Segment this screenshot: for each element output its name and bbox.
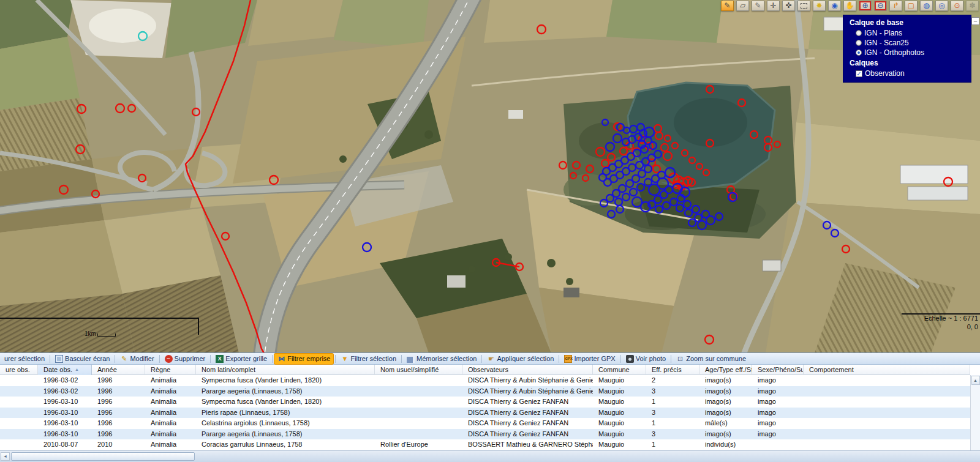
draw-polygon-icon[interactable]: ▱ [736, 1, 749, 11]
zoom-commune-button[interactable]: Zoom sur commune [673, 354, 749, 364]
overlay-option-0[interactable]: ✓Observation [850, 69, 967, 78]
table-cell: individu(s) [699, 439, 752, 450]
column-header-7[interactable]: Commune [593, 365, 646, 375]
export-grid-button[interactable]: Exporter grille [213, 354, 270, 364]
table-row[interactable]: 1996-03-021996AnimaliaSympecma fusca (Va… [0, 375, 970, 386]
view-photo-button[interactable]: Voir photo [623, 354, 669, 364]
delete-button[interactable]: Supprimer [162, 354, 209, 364]
table-cell: Animalia [145, 408, 196, 419]
crosshair-globe-icon[interactable]: ◉ [828, 1, 841, 11]
vertical-scrollbar[interactable]: ▲ [970, 375, 980, 450]
table-row[interactable]: 1996-03-101996AnimaliaSympecma fusca (Va… [0, 397, 970, 408]
column-header-9[interactable]: Age/Type eff./St... [699, 365, 752, 375]
globe-search-icon[interactable]: ◎ [935, 1, 948, 11]
zoom-in-icon[interactable]: ⊕ [859, 1, 872, 11]
toggle-screen-button[interactable]: Basculer écran [52, 354, 113, 364]
measure-selection-button[interactable]: urer sélection [1, 354, 48, 364]
move-vertex-icon[interactable]: ✛ [767, 1, 780, 11]
table-row[interactable]: 2010-08-072010AnimaliaCoracias garrulus … [0, 439, 970, 450]
button-label: Filtrer emprise [287, 355, 330, 362]
column-header-6[interactable]: Observateurs [462, 365, 593, 375]
overlay-title: Calques [850, 58, 967, 69]
base-layer-option-1[interactable]: IGN - Scan25 [850, 38, 967, 48]
aerial-imagery [0, 0, 980, 353]
column-header-5[interactable]: Nom usuel/simplifié [375, 365, 462, 375]
table-cell: Animalia [145, 386, 196, 397]
base-layer-option-2[interactable]: IGN - Orthophotos [850, 48, 967, 58]
zoom-out-icon[interactable]: ⊖ [874, 1, 887, 11]
grid-header-row: ure obs.Date obs.▲AnnéeRègneNom latin/co… [0, 365, 970, 375]
memorize-selection-button[interactable]: Mémoriser sélection [404, 354, 480, 364]
table-cell: Pararge aegeria (Linnaeus, 1758) [196, 386, 375, 397]
table-row[interactable]: 1996-03-101996AnimaliaPararge aegeria (L… [0, 429, 970, 440]
table-cell: Mauguio [593, 439, 646, 450]
feature-search-icon[interactable]: ⊙ [951, 1, 963, 11]
map-canvas[interactable]: ✎▱✎✛✜✸◉✋⊕⊖↱▢◍◎⊙✽ Calque de base IGN - Pl… [0, 0, 980, 353]
column-header-11[interactable]: Comportement [804, 365, 970, 375]
column-header-1[interactable]: Date obs.▲ [38, 365, 92, 375]
collapse-panel-button[interactable]: − [971, 17, 979, 25]
checkbox-icon[interactable]: ✓ [856, 70, 862, 77]
table-cell: Animalia [145, 375, 196, 386]
table-cell [375, 418, 462, 429]
table-cell: imago [752, 418, 804, 429]
scroll-up-icon[interactable]: ▲ [971, 376, 980, 385]
draw-point-icon[interactable]: ✎ [721, 1, 734, 11]
globe-layers-icon[interactable]: ◍ [920, 1, 933, 11]
table-cell [804, 408, 970, 419]
table-cell [375, 397, 462, 408]
radio-icon[interactable] [856, 40, 862, 46]
table-cell: Pararge aegeria (Linnaeus, 1758) [196, 429, 375, 440]
table-cell: 1996-03-10 [38, 429, 92, 440]
toolbar-separator [671, 355, 671, 363]
filter-selection-button[interactable]: Filtrer sélection [337, 354, 399, 364]
column-label: Eff. précis [652, 366, 682, 373]
table-cell: 1996 [92, 429, 145, 440]
import-gpx-button[interactable]: Importer GPX [561, 354, 618, 364]
table-cell: Pieris rapae (Linnaeus, 1758) [196, 408, 375, 419]
table-cell: Mauguio [593, 397, 646, 408]
measure-path-icon[interactable]: ↱ [889, 1, 902, 11]
brightness-icon[interactable]: ✸ [813, 1, 826, 11]
gpx-icon [564, 355, 572, 363]
column-header-0[interactable]: ure obs. [0, 365, 38, 375]
horizontal-scrollbar[interactable]: ◄ [0, 450, 980, 462]
horizontal-scroll-thumb[interactable] [11, 452, 195, 461]
table-cell: 1 [646, 439, 699, 450]
select-box-icon[interactable] [797, 1, 810, 11]
table-row[interactable]: 1996-03-021996AnimaliaPararge aegeria (L… [0, 386, 970, 397]
table-cell: Sympecma fusca (Vander Linden, 1820) [196, 397, 375, 408]
edit-button[interactable]: Modifier [117, 354, 157, 364]
radio-icon[interactable] [856, 30, 862, 36]
pan-arrows-icon[interactable]: ✜ [782, 1, 795, 11]
table-row[interactable]: 1996-03-101996AnimaliaCelastrina argiolu… [0, 418, 970, 429]
toolbar-separator [272, 355, 273, 363]
draw-modify-icon[interactable]: ✎ [752, 1, 764, 11]
table-cell: 1 [646, 418, 699, 429]
table-cell [375, 429, 462, 440]
column-header-3[interactable]: Règne [145, 365, 196, 375]
table-cell: 1996 [92, 408, 145, 419]
radio-icon[interactable] [856, 50, 862, 56]
apply-selection-button[interactable]: Appliquer sélection [484, 354, 557, 364]
toolbar-separator [401, 355, 402, 363]
column-header-2[interactable]: Année [92, 365, 145, 375]
table-cell [375, 386, 462, 397]
button-label: Basculer écran [65, 355, 110, 362]
measure-area-icon[interactable]: ▢ [905, 1, 918, 11]
table-cell: Animalia [145, 429, 196, 440]
scalebar: 1km [85, 330, 116, 337]
column-header-8[interactable]: Eff. précis [646, 365, 699, 375]
base-layer-option-0[interactable]: IGN - Plans [850, 28, 967, 38]
tools-icon[interactable]: ✽ [966, 1, 979, 11]
column-header-4[interactable]: Nom latin/complet [196, 365, 375, 375]
column-header-10[interactable]: Sexe/Phéno/Su... [752, 365, 804, 375]
pan-hand-icon[interactable]: ✋ [843, 1, 856, 11]
table-cell: imago(s) [699, 375, 752, 386]
zoomtown-icon [676, 355, 684, 363]
filter-extent-button[interactable]: Filtrer emprise [274, 354, 333, 364]
table-cell: 2010 [92, 439, 145, 450]
table-row[interactable]: 1996-03-101996AnimaliaPieris rapae (Linn… [0, 408, 970, 419]
scroll-left-icon[interactable]: ◄ [1, 452, 10, 461]
table-cell: Animalia [145, 397, 196, 408]
